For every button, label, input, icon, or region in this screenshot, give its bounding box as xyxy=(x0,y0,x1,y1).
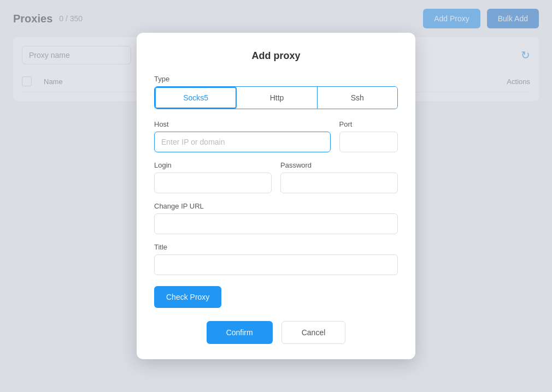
title-input[interactable] xyxy=(154,254,398,275)
tab-http[interactable]: Http xyxy=(237,87,317,109)
add-proxy-modal: Add proxy Type Socks5 Http Ssh Host Port xyxy=(137,33,415,359)
cancel-button[interactable]: Cancel xyxy=(281,321,346,344)
host-label: Host xyxy=(154,120,331,128)
modal-title: Add proxy xyxy=(154,50,398,62)
password-field: Password xyxy=(280,161,398,193)
login-label: Login xyxy=(154,161,272,169)
change-ip-section: Change IP URL xyxy=(154,202,398,234)
login-pass-row: Login Password xyxy=(154,161,398,193)
check-proxy-button[interactable]: Check Proxy xyxy=(154,286,221,308)
login-field: Login xyxy=(154,161,272,193)
login-input[interactable] xyxy=(154,173,272,193)
confirm-button[interactable]: Confirm xyxy=(207,321,273,344)
modal-overlay: Add proxy Type Socks5 Http Ssh Host Port xyxy=(0,0,552,392)
host-port-row: Host Port xyxy=(154,120,398,152)
password-input[interactable] xyxy=(280,173,398,193)
port-label: Port xyxy=(339,120,398,128)
change-ip-url-label: Change IP URL xyxy=(154,202,398,210)
tab-socks5[interactable]: Socks5 xyxy=(155,87,237,109)
type-section: Type Socks5 Http Ssh xyxy=(154,75,398,109)
host-input[interactable] xyxy=(154,132,331,152)
type-tabs: Socks5 Http Ssh xyxy=(154,86,398,109)
password-label: Password xyxy=(280,161,398,169)
title-section: Title xyxy=(154,243,398,275)
port-input[interactable] xyxy=(339,132,398,152)
title-label: Title xyxy=(154,243,398,251)
modal-footer: Confirm Cancel xyxy=(154,321,398,344)
change-ip-url-input[interactable] xyxy=(154,213,398,234)
tab-ssh[interactable]: Ssh xyxy=(318,87,397,109)
host-field: Host xyxy=(154,120,331,152)
port-field: Port xyxy=(339,120,398,152)
type-label: Type xyxy=(154,75,398,83)
